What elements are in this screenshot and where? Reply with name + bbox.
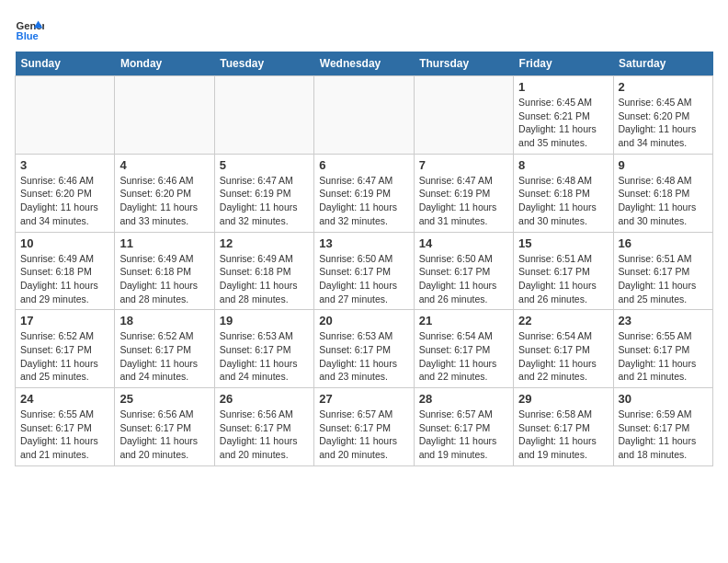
logo: General Blue	[15, 15, 44, 44]
day-number: 2	[619, 80, 708, 94]
calendar-cell: 9Sunrise: 6:48 AM Sunset: 6:18 PM Daylig…	[613, 154, 712, 232]
calendar-cell	[414, 76, 513, 155]
day-info: Sunrise: 6:50 AM Sunset: 6:17 PM Dayligh…	[419, 252, 508, 306]
day-number: 26	[220, 392, 309, 406]
calendar-cell: 23Sunrise: 6:55 AM Sunset: 6:17 PM Dayli…	[613, 310, 712, 388]
calendar-cell: 17Sunrise: 6:52 AM Sunset: 6:17 PM Dayli…	[16, 310, 115, 388]
day-number: 19	[220, 314, 309, 327]
calendar-cell	[16, 76, 115, 155]
day-number: 23	[619, 314, 708, 327]
day-number: 9	[619, 158, 708, 172]
calendar-cell: 3Sunrise: 6:46 AM Sunset: 6:20 PM Daylig…	[16, 154, 115, 232]
day-info: Sunrise: 6:50 AM Sunset: 6:17 PM Dayligh…	[319, 252, 408, 306]
day-number: 24	[20, 392, 109, 406]
day-number: 8	[518, 158, 608, 172]
day-info: Sunrise: 6:47 AM Sunset: 6:19 PM Dayligh…	[319, 174, 408, 228]
calendar-cell: 26Sunrise: 6:56 AM Sunset: 6:17 PM Dayli…	[214, 388, 313, 466]
calendar-cell: 7Sunrise: 6:47 AM Sunset: 6:19 PM Daylig…	[414, 154, 513, 232]
svg-text:Blue: Blue	[17, 30, 39, 41]
calendar-cell: 24Sunrise: 6:55 AM Sunset: 6:17 PM Dayli…	[16, 388, 115, 466]
day-info: Sunrise: 6:56 AM Sunset: 6:17 PM Dayligh…	[119, 408, 209, 462]
day-info: Sunrise: 6:52 AM Sunset: 6:17 PM Dayligh…	[119, 329, 209, 384]
day-info: Sunrise: 6:55 AM Sunset: 6:17 PM Dayligh…	[20, 408, 109, 462]
calendar-cell	[214, 76, 313, 155]
weekday-header-saturday: Saturday	[613, 52, 712, 76]
calendar-cell: 4Sunrise: 6:46 AM Sunset: 6:20 PM Daylig…	[115, 154, 214, 232]
calendar-cell: 25Sunrise: 6:56 AM Sunset: 6:17 PM Dayli…	[115, 388, 214, 466]
calendar-cell: 29Sunrise: 6:58 AM Sunset: 6:17 PM Dayli…	[514, 388, 613, 466]
calendar-cell: 18Sunrise: 6:52 AM Sunset: 6:17 PM Dayli…	[115, 310, 214, 388]
calendar-cell: 28Sunrise: 6:57 AM Sunset: 6:17 PM Dayli…	[414, 388, 513, 466]
calendar-cell: 22Sunrise: 6:54 AM Sunset: 6:17 PM Dayli…	[514, 310, 613, 388]
day-info: Sunrise: 6:56 AM Sunset: 6:17 PM Dayligh…	[220, 408, 309, 462]
day-number: 11	[119, 236, 209, 250]
day-number: 15	[518, 236, 608, 250]
calendar-cell: 20Sunrise: 6:53 AM Sunset: 6:17 PM Dayli…	[314, 310, 414, 388]
calendar-cell: 16Sunrise: 6:51 AM Sunset: 6:17 PM Dayli…	[613, 232, 712, 310]
day-number: 16	[619, 236, 708, 250]
calendar-cell: 30Sunrise: 6:59 AM Sunset: 6:17 PM Dayli…	[613, 388, 712, 466]
day-number: 5	[220, 158, 309, 172]
weekday-header-wednesday: Wednesday	[314, 52, 414, 76]
calendar-cell: 10Sunrise: 6:49 AM Sunset: 6:18 PM Dayli…	[16, 232, 115, 310]
day-number: 3	[20, 158, 109, 172]
calendar-cell: 6Sunrise: 6:47 AM Sunset: 6:19 PM Daylig…	[314, 154, 414, 232]
day-info: Sunrise: 6:45 AM Sunset: 6:21 PM Dayligh…	[518, 96, 608, 150]
day-number: 14	[419, 236, 508, 250]
weekday-header-sunday: Sunday	[16, 52, 115, 76]
calendar-cell: 2Sunrise: 6:45 AM Sunset: 6:20 PM Daylig…	[613, 76, 712, 155]
day-number: 30	[619, 392, 708, 406]
calendar-cell: 15Sunrise: 6:51 AM Sunset: 6:17 PM Dayli…	[514, 232, 613, 310]
day-number: 10	[20, 236, 109, 250]
day-number: 7	[419, 158, 508, 172]
calendar-cell: 1Sunrise: 6:45 AM Sunset: 6:21 PM Daylig…	[514, 76, 613, 155]
calendar-cell: 13Sunrise: 6:50 AM Sunset: 6:17 PM Dayli…	[314, 232, 414, 310]
day-number: 28	[419, 392, 508, 406]
day-number: 17	[20, 314, 109, 327]
day-info: Sunrise: 6:47 AM Sunset: 6:19 PM Dayligh…	[220, 174, 309, 228]
calendar-table: SundayMondayTuesdayWednesdayThursdayFrid…	[15, 52, 713, 466]
day-info: Sunrise: 6:46 AM Sunset: 6:20 PM Dayligh…	[20, 174, 109, 228]
calendar-cell: 8Sunrise: 6:48 AM Sunset: 6:18 PM Daylig…	[514, 154, 613, 232]
day-number: 25	[119, 392, 209, 406]
day-info: Sunrise: 6:48 AM Sunset: 6:18 PM Dayligh…	[619, 174, 708, 228]
day-info: Sunrise: 6:47 AM Sunset: 6:19 PM Dayligh…	[419, 174, 508, 228]
day-number: 4	[119, 158, 209, 172]
day-info: Sunrise: 6:46 AM Sunset: 6:20 PM Dayligh…	[119, 174, 209, 228]
day-number: 1	[518, 80, 608, 94]
weekday-header-monday: Monday	[115, 52, 214, 76]
calendar-cell: 11Sunrise: 6:49 AM Sunset: 6:18 PM Dayli…	[115, 232, 214, 310]
day-info: Sunrise: 6:48 AM Sunset: 6:18 PM Dayligh…	[518, 174, 608, 228]
day-info: Sunrise: 6:45 AM Sunset: 6:20 PM Dayligh…	[619, 96, 708, 150]
calendar-cell: 14Sunrise: 6:50 AM Sunset: 6:17 PM Dayli…	[414, 232, 513, 310]
day-number: 22	[518, 314, 608, 327]
day-info: Sunrise: 6:51 AM Sunset: 6:17 PM Dayligh…	[518, 252, 608, 306]
day-info: Sunrise: 6:49 AM Sunset: 6:18 PM Dayligh…	[220, 252, 309, 306]
day-info: Sunrise: 6:58 AM Sunset: 6:17 PM Dayligh…	[518, 408, 608, 462]
calendar-cell: 5Sunrise: 6:47 AM Sunset: 6:19 PM Daylig…	[214, 154, 313, 232]
day-info: Sunrise: 6:53 AM Sunset: 6:17 PM Dayligh…	[319, 329, 408, 384]
day-number: 13	[319, 236, 408, 250]
day-number: 12	[220, 236, 309, 250]
day-info: Sunrise: 6:49 AM Sunset: 6:18 PM Dayligh…	[20, 252, 109, 306]
calendar-cell: 12Sunrise: 6:49 AM Sunset: 6:18 PM Dayli…	[214, 232, 313, 310]
page-header: General Blue	[15, 15, 713, 44]
day-number: 20	[319, 314, 408, 327]
day-info: Sunrise: 6:52 AM Sunset: 6:17 PM Dayligh…	[20, 329, 109, 384]
calendar-cell: 21Sunrise: 6:54 AM Sunset: 6:17 PM Dayli…	[414, 310, 513, 388]
day-info: Sunrise: 6:49 AM Sunset: 6:18 PM Dayligh…	[119, 252, 209, 306]
day-info: Sunrise: 6:55 AM Sunset: 6:17 PM Dayligh…	[619, 329, 708, 384]
day-number: 27	[319, 392, 408, 406]
day-number: 6	[319, 158, 408, 172]
day-info: Sunrise: 6:57 AM Sunset: 6:17 PM Dayligh…	[319, 408, 408, 462]
day-info: Sunrise: 6:57 AM Sunset: 6:17 PM Dayligh…	[419, 408, 508, 462]
weekday-header-thursday: Thursday	[414, 52, 513, 76]
day-number: 18	[119, 314, 209, 327]
day-number: 21	[419, 314, 508, 327]
weekday-header-tuesday: Tuesday	[214, 52, 313, 76]
weekday-header-friday: Friday	[514, 52, 613, 76]
calendar-cell	[314, 76, 414, 155]
day-info: Sunrise: 6:53 AM Sunset: 6:17 PM Dayligh…	[220, 329, 309, 384]
day-info: Sunrise: 6:54 AM Sunset: 6:17 PM Dayligh…	[419, 329, 508, 384]
calendar-cell: 27Sunrise: 6:57 AM Sunset: 6:17 PM Dayli…	[314, 388, 414, 466]
